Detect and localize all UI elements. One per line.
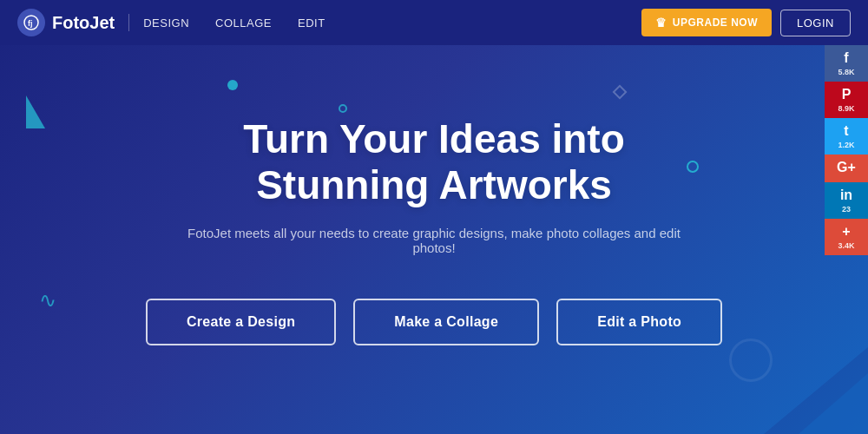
twitter-count: 1.2K [838, 141, 854, 149]
pinterest-icon: P [842, 87, 852, 102]
nav-divider [128, 14, 129, 31]
nav-design[interactable]: DESIGN [143, 16, 189, 30]
linkedin-icon: in [840, 187, 852, 203]
nav-edit[interactable]: EDIT [298, 16, 326, 30]
facebook-icon: f [844, 50, 848, 66]
facebook-count: 5.8K [838, 68, 854, 76]
logo-text: FotoJet [52, 13, 115, 33]
social-sidebar: f 5.8K P 8.9K t 1.2K G+ in 23 + 3.4K [825, 45, 868, 255]
twitter-icon: t [844, 123, 848, 139]
social-pinterest[interactable]: P 8.9K [825, 82, 868, 118]
hero-subtitle: FotoJet meets all your needs to create g… [174, 226, 694, 255]
navbar: fj FotoJet DESIGN COLLAGE EDIT ♛ UPGRADE… [0, 0, 868, 45]
share-count: 3.4K [838, 241, 854, 250]
svg-text:fj: fj [28, 19, 33, 28]
share-icon: + [842, 224, 850, 240]
social-twitter[interactable]: t 1.2K [825, 118, 868, 155]
googleplus-icon: G+ [837, 160, 856, 175]
nav-collage[interactable]: COLLAGE [215, 16, 272, 30]
hero-content: Turn Your Ideas into Stunning Artworks F… [0, 45, 868, 434]
upgrade-label: UPGRADE NOW [673, 16, 758, 29]
linkedin-count: 23 [842, 205, 851, 214]
hero-title-line1: Turn Your Ideas into [243, 116, 625, 161]
hero-title: Turn Your Ideas into Stunning Artworks [243, 116, 625, 208]
logo[interactable]: fj FotoJet [17, 9, 115, 36]
social-facebook[interactable]: f 5.8K [825, 45, 868, 82]
make-collage-button[interactable]: Make a Collage [353, 299, 539, 345]
social-share[interactable]: + 3.4K [825, 219, 868, 255]
hero-buttons: Create a Design Make a Collage Edit a Ph… [146, 299, 722, 345]
login-button[interactable]: LOGIN [780, 10, 851, 36]
social-googleplus[interactable]: G+ [825, 155, 868, 182]
logo-icon: fj [17, 9, 45, 36]
pinterest-count: 8.9K [838, 104, 854, 113]
social-linkedin[interactable]: in 23 [825, 182, 868, 219]
nav-links: DESIGN COLLAGE EDIT [143, 16, 325, 30]
edit-photo-button[interactable]: Edit a Photo [556, 299, 722, 345]
upgrade-button[interactable]: ♛ UPGRADE NOW [641, 9, 772, 36]
crown-icon: ♛ [655, 16, 667, 30]
create-design-button[interactable]: Create a Design [146, 299, 336, 345]
hero-title-line2: Stunning Artworks [256, 162, 612, 207]
